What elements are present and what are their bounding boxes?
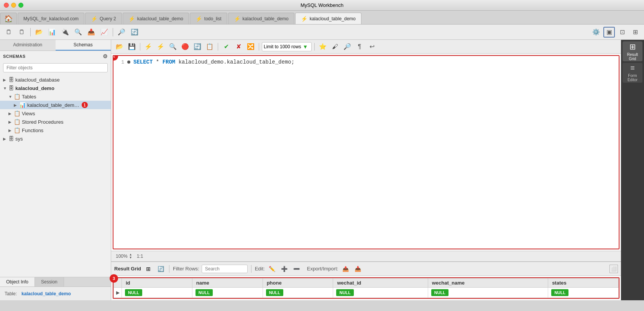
edit-row-button[interactable]: ✏️	[267, 264, 277, 273]
delete-row-button[interactable]: ➖	[292, 264, 302, 273]
result-refresh-button[interactable]: 🔄	[156, 264, 166, 273]
close-button[interactable]	[4, 3, 9, 8]
open-script-button[interactable]: 📂	[33, 27, 45, 38]
sys-db-icon: 🗄	[8, 136, 14, 142]
col-header-wechat-name[interactable]: wechat_name	[428, 278, 548, 288]
col-header-wechat-id[interactable]: wechat_id	[333, 278, 428, 288]
execute-current-button[interactable]: ⚡	[155, 42, 166, 52]
expand-arrow[interactable]: ▼	[8, 95, 14, 99]
badge-1: 1	[82, 102, 88, 108]
tab-schemas[interactable]: Schemas	[56, 40, 111, 51]
layout2-button[interactable]: ⊡	[616, 27, 628, 38]
result-grid-panel-button[interactable]: ⊞ ResultGrid	[623, 41, 642, 61]
invisible-chars-button[interactable]: ¶	[354, 42, 365, 52]
query-toolbar: 📂 💾 ⚡ ⚡ 🔍 🔴 🔄 📋 ✔ ✘ 🔀 Limit to 1000 rows…	[111, 40, 621, 54]
tree-item-views[interactable]: ▶ 📋 Views	[0, 109, 111, 118]
tab-query2[interactable]: ⚡ Query 2	[85, 13, 122, 24]
tree-item-stored-procedures[interactable]: ▶ 📋 Stored Procedures	[0, 118, 111, 126]
expand-arrow[interactable]: ▶	[8, 111, 14, 116]
table-data-import-button[interactable]: 📥	[85, 27, 97, 38]
reconnect-query-button[interactable]: 🔄	[192, 42, 203, 52]
col-header-states[interactable]: states	[548, 278, 619, 288]
beautify-button[interactable]: 🖌	[330, 42, 340, 52]
cell-id[interactable]: NULL	[122, 288, 192, 298]
form-editor-panel-label: FormEditor	[628, 74, 637, 82]
col-header-name[interactable]: name	[192, 278, 263, 288]
expand-arrow[interactable]: ▶	[3, 78, 8, 82]
new-sql-button[interactable]: 🗒	[3, 27, 15, 38]
preferences-button[interactable]: ⚙️	[590, 27, 602, 38]
rollback-button[interactable]: ✘	[233, 42, 244, 52]
minimize-button[interactable]	[11, 3, 16, 8]
tab-administration[interactable]: Administration	[0, 40, 56, 51]
reconnect-button[interactable]: 🔄	[129, 27, 140, 38]
tab-session[interactable]: Session	[35, 277, 64, 286]
tab-kalacloud1-icon: ⚡	[128, 16, 135, 22]
schema-inspector-button[interactable]: 🔍	[72, 27, 84, 38]
search-query-button[interactable]: 🔎	[342, 42, 353, 52]
open-file-button[interactable]: 📂	[114, 42, 125, 52]
cell-phone[interactable]: NULL	[263, 288, 333, 298]
tab-home[interactable]: 🏠	[0, 13, 17, 24]
save-button[interactable]: 💾	[127, 42, 137, 52]
tree-item-functions[interactable]: ▶ 📋 Functions	[0, 126, 111, 134]
col-header-id[interactable]: id	[122, 278, 192, 288]
table-name-link[interactable]: kalacloud_table_demo	[21, 291, 71, 296]
tab-kalacloud-table-demo3[interactable]: ⚡ kalacloud_table_demo	[295, 13, 361, 24]
expand-arrow[interactable]: ▶	[8, 128, 14, 133]
sql-editor[interactable]: 2 1 SELECT * FROM kalacloud_demo.kalaclo…	[113, 55, 619, 249]
filter-input[interactable]	[3, 63, 108, 72]
tree-item-sys[interactable]: ▶ 🗄 sys	[0, 134, 111, 143]
add-row-button[interactable]: ➕	[279, 264, 289, 273]
layout1-button[interactable]: ▣	[603, 27, 615, 38]
execute-button[interactable]: ⚡	[143, 42, 154, 52]
layout3-button[interactable]: ⊞	[629, 27, 641, 38]
col-header-phone[interactable]: phone	[263, 278, 333, 288]
expand-result-button[interactable]: ⬜	[610, 265, 618, 273]
export-button[interactable]: 📤	[340, 264, 350, 273]
expand-arrow[interactable]: ▼	[3, 86, 8, 90]
zoom-control: 100% ▲▼	[116, 253, 132, 259]
toggle-button[interactable]: 🔀	[245, 42, 256, 52]
schemas-manage-icon[interactable]: ⚙	[103, 53, 108, 59]
stop-button[interactable]: 🔴	[180, 42, 191, 52]
expand-arrow[interactable]: ▶	[14, 103, 19, 107]
result-sep-2	[251, 265, 251, 273]
tab-object-info[interactable]: Object Info	[0, 277, 35, 286]
result-grid-view-button[interactable]: ⊞	[143, 264, 153, 273]
tree-item-kalacloud-demo[interactable]: ▼ 🗄 kalacloud_demo	[0, 84, 111, 92]
word-wrap-button[interactable]: ↩	[366, 42, 377, 52]
expand-arrow[interactable]: ▶	[3, 137, 8, 141]
form-editor-panel-button[interactable]: ≡ FormEditor	[623, 63, 642, 83]
zoom-arrows[interactable]: ▲▼	[129, 253, 132, 259]
search-button[interactable]: 🔎	[116, 27, 127, 38]
result-search-input[interactable]	[202, 265, 248, 273]
manage-connections-button[interactable]: 🔌	[59, 27, 71, 38]
explain-button[interactable]: 🔍	[168, 42, 178, 52]
create-schema-button[interactable]: 📋	[204, 42, 215, 52]
tree-item-tables[interactable]: ▼ 📋 Tables	[0, 92, 111, 101]
maximize-button[interactable]	[18, 3, 23, 8]
table-label: Table:	[5, 291, 17, 296]
tree-item-kalacloud-database[interactable]: ▶ 🗄 kalacloud_database	[0, 75, 111, 84]
cell-name[interactable]: NULL	[192, 288, 263, 298]
performance-button[interactable]: 📈	[99, 27, 110, 38]
cell-states[interactable]: NULL	[548, 288, 619, 298]
table-row[interactable]: ▶ NULL NULL NULL NULL NULL NULL	[114, 288, 619, 298]
commit-button[interactable]: ✔	[221, 42, 232, 52]
tab-kalacloud-table-demo1[interactable]: ⚡ kalacloud_table_demo	[123, 13, 189, 24]
qt-sep-4	[314, 43, 315, 51]
cell-wechat-name[interactable]: NULL	[428, 288, 548, 298]
tree-label: Functions	[22, 128, 43, 133]
tab-mysql-kalacloud[interactable]: MySQL_for_kalacloud.com	[18, 13, 84, 24]
tree-item-kalacloud-table-demo[interactable]: ▶ 📊 kalacloud_table_dem… 1	[0, 101, 111, 109]
tab-todo-list[interactable]: ⚡ todo_list	[190, 13, 227, 24]
tab-kalacloud-table-demo2[interactable]: ⚡ kalacloud_table_demo	[228, 13, 294, 24]
new-sql2-button[interactable]: 🗒	[16, 27, 28, 38]
limit-select[interactable]: Limit to 1000 rows ▼	[262, 42, 312, 51]
bookmark-button[interactable]: ⭐	[317, 42, 328, 52]
table-icon-button[interactable]: 📊	[46, 27, 58, 38]
cell-wechat-id[interactable]: NULL	[333, 288, 428, 298]
expand-arrow[interactable]: ▶	[8, 120, 14, 124]
import-button[interactable]: 📥	[353, 264, 363, 273]
